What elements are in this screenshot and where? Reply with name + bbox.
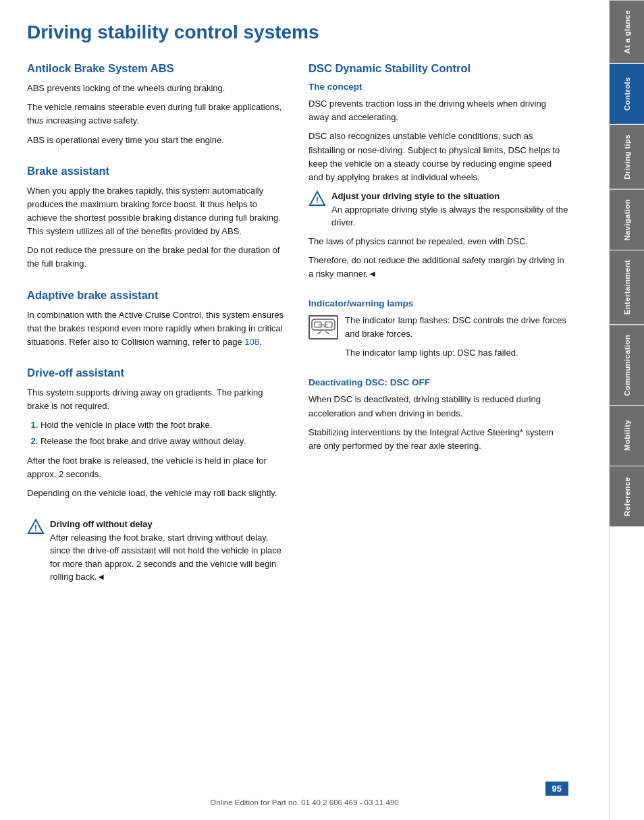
drive-off-intro: This system supports driving away on gra… (27, 386, 287, 413)
abs-para-3: ABS is operational every time you start … (27, 134, 287, 147)
sidebar-tab-communication[interactable]: Communication (610, 325, 644, 406)
concept-after-2: Therefore, do not reduce the additional … (308, 254, 568, 281)
page-title: Driving stability control systems (27, 22, 568, 43)
two-column-layout: Antilock Brake System ABS ABS prevents l… (27, 62, 568, 589)
drive-off-step-1: Hold the vehicle in place with the foot … (41, 418, 287, 432)
sidebar-tab-entertainment[interactable]: Entertainment (610, 250, 644, 324)
left-column: Antilock Brake System ABS ABS prevents l… (27, 62, 287, 589)
drive-off-section: Drive-off assistant This system supports… (27, 366, 287, 500)
dsc-indicator-icon: DSC (308, 315, 338, 339)
deactivating-section: Deactivating DSC: DSC OFF When DSC is de… (308, 377, 568, 453)
abs-section: Antilock Brake System ABS ABS prevents l… (27, 62, 287, 147)
svg-line-8 (325, 331, 329, 334)
dsc-warning-text: Adjust your driving style to the situati… (331, 190, 568, 229)
adaptive-brake-para-1: In combination with the Active Cruise Co… (27, 308, 287, 349)
dsc-heading: DSC Dynamic Stability Control (308, 62, 568, 75)
dsc-section: DSC Dynamic Stability Control The concep… (308, 62, 568, 281)
svg-text:!: ! (34, 523, 37, 533)
adaptive-brake-heading: Adaptive brake assistant (27, 289, 287, 302)
sidebar-tab-reference[interactable]: Reference (610, 466, 644, 526)
abs-para-1: ABS prevents locking of the wheels durin… (27, 82, 287, 95)
adaptive-brake-section: Adaptive brake assistant In combination … (27, 289, 287, 349)
svg-text:DSC: DSC (319, 323, 329, 328)
dsc-indicator-block: DSC The indicator lamp flashes: DSC cont… (308, 314, 568, 360)
brake-assistant-para-2: Do not reduce the pressure on the brake … (27, 244, 287, 271)
deactivating-para-1: When DSC is deactivated, driving stabili… (308, 393, 568, 420)
brake-assistant-section: Brake assistant When you apply the brake… (27, 165, 287, 271)
drive-off-steps: Hold the vehicle in place with the foot … (41, 418, 287, 448)
svg-text:!: ! (316, 195, 319, 205)
dsc-warning-body: An appropriate driving style is always t… (331, 204, 568, 228)
drive-off-after-2: Depending on the vehicle load, the vehic… (27, 487, 287, 500)
dsc-warning-triangle-icon: ! (308, 190, 326, 208)
sidebar-tab-navigation[interactable]: Navigation (610, 189, 644, 250)
concept-after-1: The laws of physics cannot be repealed, … (308, 235, 568, 248)
concept-para-1: DSC prevents traction loss in the drivin… (308, 97, 568, 124)
concept-subheading: The concept (308, 82, 568, 92)
dsc-warning: ! Adjust your driving style to the situa… (308, 190, 568, 229)
page-wrapper: Driving stability control systems Antilo… (0, 0, 644, 820)
deactivating-subheading: Deactivating DSC: DSC OFF (308, 377, 568, 387)
drive-off-heading: Drive-off assistant (27, 366, 287, 379)
page-108-link[interactable]: 108 (244, 337, 259, 347)
sidebar-tab-at-a-glance[interactable]: At a glance (610, 0, 644, 63)
indicator-text-block: The indicator lamp flashes: DSC controls… (345, 314, 568, 360)
abs-para-2: The vehicle remains steerable even durin… (27, 101, 287, 128)
indicator-text-2: The indicator lamp lights up: DSC has fa… (345, 346, 568, 360)
indicator-subheading: Indicator/warning lamps (308, 298, 568, 308)
drive-off-step-2: Release the foot brake and drive away wi… (41, 435, 287, 448)
main-content: Driving stability control systems Antilo… (0, 0, 609, 820)
drive-off-warning-text: Driving off without delay After releasin… (50, 518, 287, 584)
page-number: 95 (545, 782, 568, 796)
drive-off-warning-title: Driving off without delay (50, 519, 153, 529)
drive-off-warning-body: After releasing the foot brake, start dr… (50, 532, 281, 582)
drive-off-warning: ! Driving off without delay After releas… (27, 518, 287, 584)
footer-text: Online Edition for Part no. 01 40 2 606 … (0, 798, 609, 807)
page-footer: 95 Online Edition for Part no. 01 40 2 6… (0, 782, 609, 807)
indicator-section: Indicator/warning lamps (308, 298, 568, 360)
right-column: DSC Dynamic Stability Control The concep… (308, 62, 568, 589)
warning-triangle-icon: ! (27, 518, 45, 536)
brake-assistant-heading: Brake assistant (27, 165, 287, 177)
sidebar-tab-controls[interactable]: Controls (610, 63, 644, 124)
svg-line-7 (317, 331, 321, 334)
abs-heading: Antilock Brake System ABS (27, 62, 287, 75)
page-number-row: 95 (0, 782, 609, 796)
indicator-text-1: The indicator lamp flashes: DSC controls… (345, 314, 568, 341)
dsc-indicator-symbol: DSC (311, 317, 336, 337)
sidebar-tab-mobility[interactable]: Mobility (610, 405, 644, 466)
brake-assistant-para-1: When you apply the brakes rapidly, this … (27, 184, 287, 239)
concept-para-2: DSC also recognizes unstable vehicle con… (308, 130, 568, 184)
dsc-warning-title: Adjust your driving style to the situati… (331, 191, 500, 201)
sidebar-tab-driving-tips[interactable]: Driving tips (610, 124, 644, 189)
right-sidebar: At a glance Controls Driving tips Naviga… (609, 0, 644, 820)
deactivating-para-2: Stabilizing interventions by the Integra… (308, 426, 568, 453)
drive-off-after-1: After the foot brake is released, the ve… (27, 454, 287, 481)
